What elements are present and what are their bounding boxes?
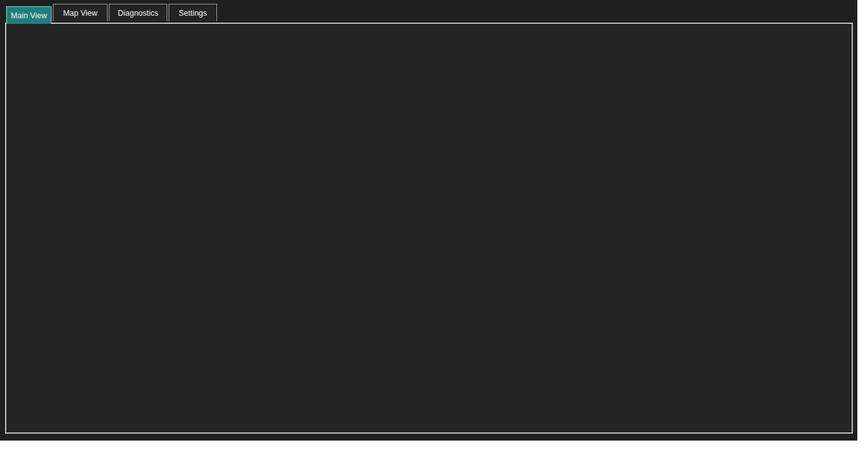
tab-map-view[interactable]: Map View: [53, 4, 108, 21]
tab-settings[interactable]: Settings: [169, 4, 217, 21]
tab-map-view-label: Map View: [63, 9, 97, 18]
main-view-pane: [5, 23, 853, 434]
tab-main-view[interactable]: Main View: [6, 6, 52, 24]
tab-diagnostics[interactable]: Diagnostics: [109, 4, 167, 21]
app-window: Main View Map View Diagnostics Settings …: [0, 0, 857, 441]
tab-settings-label: Settings: [179, 9, 207, 18]
tab-diagnostics-label: Diagnostics: [118, 9, 159, 18]
tab-main-view-label: Main View: [11, 11, 47, 20]
